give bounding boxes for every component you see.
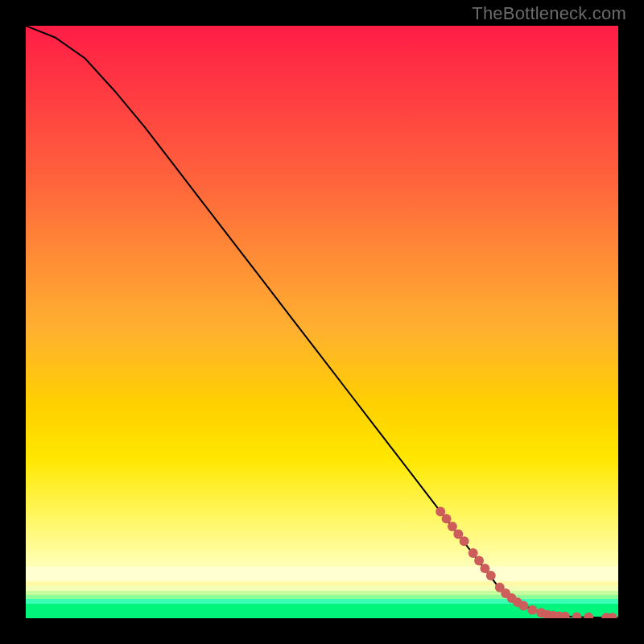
chart-svg [26, 26, 618, 618]
data-marker [584, 613, 593, 618]
plot-area [24, 24, 620, 620]
data-marker [474, 556, 484, 566]
data-marker [469, 548, 478, 558]
data-marker [448, 522, 457, 531]
data-marker [527, 605, 537, 615]
series-line [26, 26, 618, 617]
data-marker [460, 536, 469, 546]
watermark-label: TheBottleneck.com [472, 3, 626, 24]
marker-group [436, 507, 617, 618]
data-marker [572, 612, 582, 618]
data-marker [442, 514, 452, 523]
data-marker [486, 571, 496, 580]
data-marker [518, 601, 528, 611]
figure-root: TheBottleneck.com [0, 0, 644, 644]
